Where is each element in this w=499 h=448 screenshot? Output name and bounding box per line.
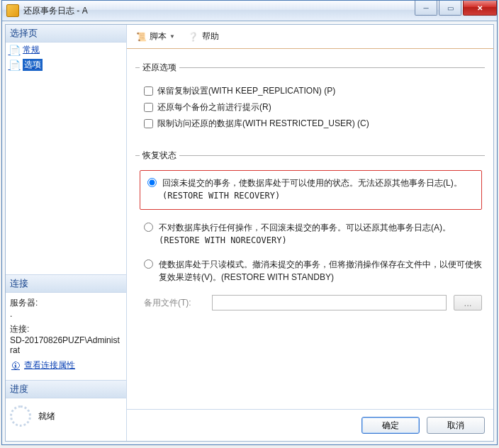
connection-header: 连接 bbox=[6, 274, 126, 293]
restore-options-group: 还原选项 保留复制设置(WITH KEEP_REPLICATION) (P) 还… bbox=[135, 62, 485, 134]
standby-radio[interactable] bbox=[144, 259, 153, 269]
standby-file-label: 备用文件(T): bbox=[144, 297, 205, 309]
prompt-each-backup-row[interactable]: 还原每个备份之前进行提示(R) bbox=[144, 101, 482, 113]
connection-label: 连接: bbox=[10, 323, 122, 335]
recovery-option-line2: (RESTORE WITH RECOVERY) bbox=[162, 189, 462, 202]
prompt-each-backup-label: 还原每个备份之前进行提示(R) bbox=[157, 101, 271, 113]
toolbar: 📜 脚本 ▼ ❔ 帮助 bbox=[127, 25, 493, 49]
progress-status: 就绪 bbox=[38, 410, 55, 422]
standby-option-row[interactable]: 使数据库处于只读模式。撤消未提交的事务，但将撤消操作保存在文件中，以便可使恢复效… bbox=[144, 258, 482, 284]
keep-replication-label: 保留复制设置(WITH KEEP_REPLICATION) (P) bbox=[157, 85, 335, 97]
restricted-user-row[interactable]: 限制访问还原的数据库(WITH RESTRICTED_USER) (C) bbox=[144, 118, 482, 130]
right-panel: 📜 脚本 ▼ ❔ 帮助 还原选项 保留复制设置 bbox=[127, 25, 493, 441]
view-connection-props-label: 查看连接属性 bbox=[24, 359, 75, 371]
recovery-state-legend: 恢复状态 bbox=[140, 150, 179, 162]
recovery-option-row[interactable]: 回滚未提交的事务，使数据库处于可以使用的状态。无法还原其他事务日志(L)。 (R… bbox=[147, 177, 474, 202]
keep-replication-checkbox[interactable] bbox=[144, 86, 153, 96]
view-connection-props-link[interactable]: 🛈 查看连接属性 bbox=[10, 359, 122, 371]
server-value: . bbox=[10, 309, 122, 319]
dialog-footer: 确定 取消 bbox=[127, 409, 493, 441]
chevron-down-icon: ▼ bbox=[169, 33, 175, 40]
restore-options-legend: 还原选项 bbox=[140, 62, 179, 74]
restricted-user-label: 限制访问还原的数据库(WITH RESTRICTED_USER) (C) bbox=[157, 118, 369, 130]
prompt-each-backup-checkbox[interactable] bbox=[144, 103, 153, 112]
script-label: 脚本 bbox=[150, 30, 167, 43]
ok-button[interactable]: 确定 bbox=[361, 417, 420, 434]
titlebar: 还原事务日志 - A ─ ▭ ✕ bbox=[2, 1, 497, 21]
script-button[interactable]: 📜 脚本 ▼ bbox=[133, 29, 178, 44]
server-label: 服务器: bbox=[10, 297, 122, 309]
cancel-button[interactable]: 取消 bbox=[427, 417, 485, 434]
nav-item-general[interactable]: 📄 常规 bbox=[6, 43, 126, 57]
help-button[interactable]: ❔ 帮助 bbox=[185, 29, 222, 44]
highlighted-option: 回滚未提交的事务，使数据库处于可以使用的状态。无法还原其他事务日志(L)。 (R… bbox=[140, 170, 482, 210]
restricted-user-checkbox[interactable] bbox=[144, 119, 153, 128]
keep-replication-row[interactable]: 保留复制设置(WITH KEEP_REPLICATION) (P) bbox=[144, 85, 482, 97]
browse-standby-file-button: ... bbox=[454, 295, 482, 310]
nav-label: 选项 bbox=[23, 59, 43, 71]
left-panel: 选择页 📄 常规 📄 选项 连接 服务器: . bbox=[6, 25, 127, 441]
norecovery-option-line2: (RESTORE WITH NORECOVERY) bbox=[159, 234, 451, 247]
norecovery-option-row[interactable]: 不对数据库执行任何操作，不回滚未提交的事务。可以还原其他事务日志(A)。 (RE… bbox=[144, 221, 482, 247]
standby-option-line1: 使数据库处于只读模式。撤消未提交的事务，但将撤消操作保存在文件中，以便可使恢复效… bbox=[159, 259, 482, 282]
progress-header: 进度 bbox=[6, 380, 126, 398]
close-button[interactable]: ✕ bbox=[463, 1, 497, 16]
select-pages-header: 选择页 bbox=[6, 25, 126, 43]
standby-file-input bbox=[212, 295, 447, 310]
recovery-radio[interactable] bbox=[147, 178, 157, 187]
connection-value: SD-20170826PUZF\Administrat bbox=[10, 335, 122, 355]
recovery-state-group: 恢复状态 回滚未提交的事务，使数据库处于可以使用的状态。无法还原其他事务日志(L… bbox=[135, 150, 485, 310]
nav-label: 常规 bbox=[23, 44, 40, 56]
help-label: 帮助 bbox=[202, 30, 219, 43]
recovery-option-line1: 回滚未提交的事务，使数据库处于可以使用的状态。无法还原其他事务日志(L)。 bbox=[162, 178, 462, 188]
minimize-button[interactable]: ─ bbox=[415, 1, 437, 16]
norecovery-radio[interactable] bbox=[144, 223, 153, 232]
maximize-button[interactable]: ▭ bbox=[439, 1, 461, 16]
app-icon bbox=[6, 4, 19, 17]
info-icon: 🛈 bbox=[10, 360, 21, 371]
window-title: 还原事务日志 - A bbox=[23, 5, 415, 17]
nav-item-options[interactable]: 📄 选项 bbox=[6, 57, 126, 72]
progress-spinner-icon bbox=[10, 405, 31, 427]
help-icon: ❔ bbox=[188, 31, 199, 43]
page-icon: 📄 bbox=[9, 60, 20, 71]
script-icon: 📜 bbox=[135, 31, 147, 43]
page-icon: 📄 bbox=[9, 45, 20, 56]
norecovery-option-line1: 不对数据库执行任何操作，不回滚未提交的事务。可以还原其他事务日志(A)。 bbox=[159, 223, 451, 233]
